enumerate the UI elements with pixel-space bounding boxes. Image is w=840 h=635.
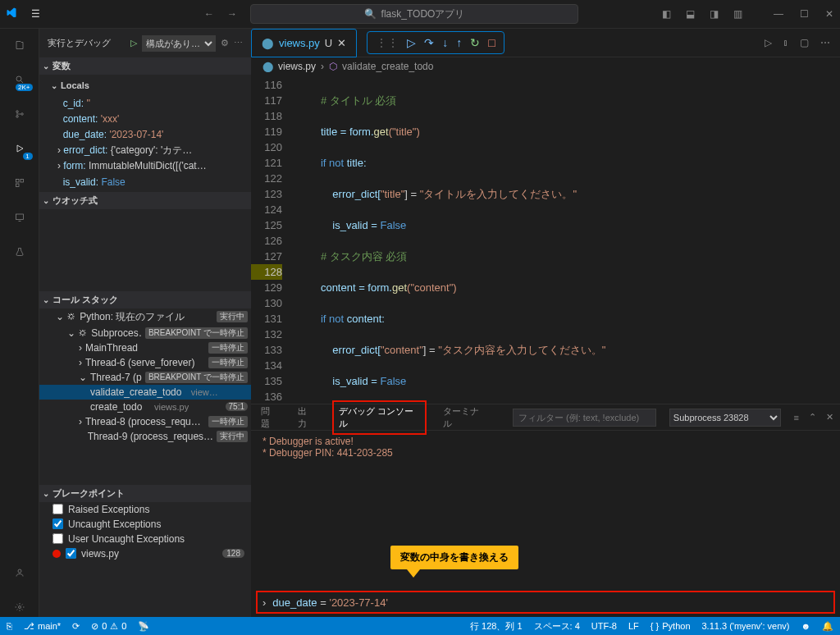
panel-tab-debug-console[interactable]: デバッグ コンソール — [332, 400, 427, 435]
debug-step-out-icon[interactable]: ↑ — [456, 36, 462, 49]
bp-user-uncaught-exceptions[interactable]: User Uncaught Exceptions — [39, 532, 251, 546]
status-encoding[interactable]: UTF-8 — [591, 621, 617, 631]
var-due-date[interactable]: due_date: '2023-07-14' — [51, 127, 251, 143]
status-python-env[interactable]: 3.11.3 ('myenv': venv) — [702, 621, 790, 631]
code-content[interactable]: # タイトル 必須 title = form.get("title") if n… — [297, 75, 788, 404]
callstack-section-header[interactable]: ⌄コール スタック — [39, 291, 251, 308]
settings-gear-icon[interactable] — [10, 597, 30, 617]
explorer-icon[interactable] — [10, 35, 30, 55]
tab-views-py[interactable]: ⬤ views.py U ✕ — [251, 29, 357, 57]
panel-clear-icon[interactable]: ≡ — [794, 413, 799, 423]
debug-floating-toolbar: ⋮⋮ ▷ ↷ ↓ ↑ ↻ □ — [367, 31, 504, 54]
status-sync-icon[interactable]: ⟳ — [72, 621, 80, 632]
nav-forward-icon[interactable]: → — [227, 8, 237, 20]
status-errors[interactable]: ⊘ 0 ⚠ 0 — [91, 621, 126, 632]
var-c-id[interactable]: c_id: '' — [51, 96, 251, 112]
hamburger-menu-icon[interactable]: ☰ — [31, 8, 40, 20]
callstack-thread8[interactable]: › Thread-8 (process_requ…一時停止 — [39, 414, 251, 429]
callstack-thread9[interactable]: Thread-9 (process_reques…実行中 — [39, 429, 251, 444]
panel-collapse-icon[interactable]: ⌃ — [809, 412, 816, 423]
editor-body[interactable]: 1161171181191201211221231241251261271281… — [251, 75, 840, 404]
status-feedback-icon[interactable]: ☻ — [801, 621, 810, 631]
bp-views-py[interactable]: views.py128 — [39, 546, 251, 561]
editor-layout-icon[interactable]: ▢ — [800, 37, 809, 48]
bp-views-checkbox[interactable] — [66, 548, 76, 559]
watch-section-header[interactable]: ⌄ウオッチ式 — [39, 192, 251, 209]
panel-session-select[interactable]: Subprocess 23828 — [669, 409, 781, 427]
callstack-mainthread[interactable]: › MainThread一時停止 — [39, 340, 251, 355]
svg-rect-5 — [21, 180, 24, 183]
callstack-frame-create[interactable]: create_todo views.py75:1 — [39, 400, 251, 414]
debug-drag-handle-icon[interactable]: ⋮⋮ — [376, 36, 399, 49]
tab-modified-indicator: U — [325, 37, 332, 49]
var-is-valid[interactable]: is_valid: False — [51, 175, 251, 190]
nav-back-icon[interactable]: ← — [204, 8, 214, 20]
debug-config-select[interactable]: 構成があり… — [142, 35, 216, 52]
run-debug-icon[interactable]: 1 — [10, 139, 30, 158]
breadcrumb[interactable]: ⬤ views.py › ⬡ validate_create_todo — [251, 57, 840, 75]
console-line: * Debugger PIN: 441-203-285 — [262, 447, 829, 459]
extensions-icon[interactable] — [10, 173, 30, 193]
bp-user-uncaught-checkbox[interactable] — [52, 533, 63, 544]
var-content[interactable]: content: 'xxx' — [51, 112, 251, 127]
debug-restart-icon[interactable]: ↻ — [470, 36, 480, 49]
locals-header[interactable]: ⌄Locals — [51, 76, 251, 96]
search-icon[interactable]: 2K+ — [10, 70, 30, 89]
window-maximize-icon[interactable]: ☐ — [800, 8, 809, 20]
bp-uncaught-checkbox[interactable] — [52, 519, 63, 529]
callstack-subprocess[interactable]: ⌄ ⛭ Subproces…BREAKPOINT で一時停止 — [39, 326, 251, 340]
status-remote-icon[interactable]: ⎘ — [7, 621, 12, 631]
panel-tab-terminal[interactable]: ターミナル — [440, 400, 490, 435]
panel-tab-problems[interactable]: 問題 — [258, 400, 281, 435]
var-form[interactable]: › form: ImmutableMultiDict([('cat… — [51, 158, 251, 174]
debug-step-over-icon[interactable]: ↷ — [424, 36, 434, 49]
bp-uncaught-exceptions[interactable]: Uncaught Exceptions — [39, 517, 251, 532]
breakpoints-section-header[interactable]: ⌄ブレークポイント — [39, 485, 251, 502]
var-error-dict[interactable]: › error_dict: {'category': 'カテ… — [51, 143, 251, 158]
layout-bottom-icon[interactable]: ⬓ — [686, 8, 695, 20]
testing-icon[interactable] — [10, 242, 30, 262]
debug-continue-icon[interactable]: ▷ — [407, 36, 416, 49]
split-editor-icon[interactable]: ⫾ — [783, 37, 788, 48]
status-branch[interactable]: ⎇ main* — [24, 621, 61, 632]
panel-close-icon[interactable]: ✕ — [826, 412, 833, 423]
status-bar: ⎘ ⎇ main* ⟳ ⊘ 0 ⚠ 0 📡 行 128、列 1 スペース: 4 … — [0, 617, 840, 635]
command-center-search[interactable]: 🔍 flask_TODOアプリ — [250, 4, 578, 24]
callstack-python[interactable]: ⌄ ⛭ Python: 現在のファイル実行中 — [39, 308, 251, 326]
debug-more-icon[interactable]: ⋯ — [234, 38, 243, 48]
panel-tab-output[interactable]: 出力 — [294, 400, 318, 435]
window-close-icon[interactable]: ✕ — [825, 8, 833, 20]
python-file-icon: ⬤ — [262, 37, 274, 49]
callstack-thread6[interactable]: › Thread-6 (serve_forever)一時停止 — [39, 355, 251, 370]
callstack-thread7[interactable]: ⌄ Thread-7 (p…BREAKPOINT で一時停止 — [39, 370, 251, 385]
start-debug-icon[interactable]: ▷ — [130, 38, 137, 48]
debug-console-output[interactable]: * Debugger is active! * Debugger PIN: 44… — [251, 431, 840, 591]
layout-left-icon[interactable]: ◧ — [662, 8, 671, 20]
run-file-icon[interactable]: ▷ — [765, 37, 772, 48]
accounts-icon[interactable] — [10, 563, 30, 582]
source-control-icon[interactable] — [10, 104, 30, 124]
panel-filter-input[interactable] — [513, 409, 656, 427]
debug-settings-gear-icon[interactable]: ⚙ — [221, 38, 229, 48]
editor-more-icon[interactable]: ⋯ — [820, 37, 830, 48]
tab-close-icon[interactable]: ✕ — [337, 37, 346, 49]
title-bar: ☰ ← → 🔍 flask_TODOアプリ ◧ ⬓ ◨ ▥ — ☐ ✕ — [0, 0, 840, 29]
window-minimize-icon[interactable]: — — [774, 8, 783, 20]
layout-custom-icon[interactable]: ▥ — [733, 8, 742, 20]
remote-explorer-icon[interactable] — [10, 208, 30, 227]
status-eol[interactable]: LF — [628, 621, 639, 631]
status-notifications-icon[interactable]: 🔔 — [822, 621, 833, 632]
layout-right-icon[interactable]: ◨ — [710, 8, 719, 20]
bp-raised-checkbox[interactable] — [52, 504, 63, 514]
status-spaces[interactable]: スペース: 4 — [534, 620, 580, 633]
status-port-icon[interactable]: 📡 — [138, 621, 149, 632]
status-language[interactable]: { } Python — [651, 621, 691, 631]
variables-section-header[interactable]: ⌄変数 — [39, 57, 251, 75]
debug-step-into-icon[interactable]: ↓ — [442, 36, 448, 49]
debug-console-input[interactable]: › due_date = '2023-77-14' — [256, 591, 835, 614]
status-line-col[interactable]: 行 128、列 1 — [470, 620, 523, 633]
minimap[interactable] — [788, 75, 840, 404]
debug-stop-icon[interactable]: □ — [488, 36, 495, 49]
callstack-frame-validate[interactable]: validate_create_todo view… — [39, 385, 251, 400]
bp-raised-exceptions[interactable]: Raised Exceptions — [39, 502, 251, 517]
